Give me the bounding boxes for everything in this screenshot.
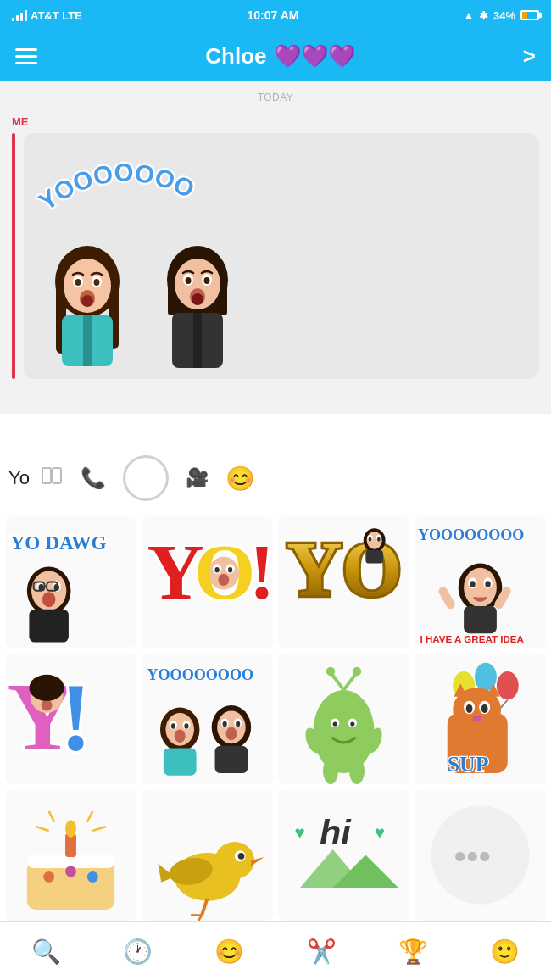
svg-point-119 [481, 704, 488, 713]
message-bubble: YOOOOOOOO [12, 133, 539, 379]
message-sender: ME [12, 115, 539, 128]
heart-emojis: 💜💜💜 [274, 43, 355, 70]
video-icon[interactable]: 🎥 [186, 467, 209, 489]
svg-line-126 [49, 811, 54, 822]
svg-point-93 [313, 690, 374, 773]
svg-point-19 [204, 277, 210, 284]
signal-icon [12, 9, 27, 21]
battery-text: 34% [493, 9, 515, 22]
svg-point-46 [218, 574, 229, 586]
input-actions: 📞 🎥 😊 [40, 455, 255, 501]
svg-point-89 [223, 721, 227, 727]
sticker-more[interactable]: ••• [415, 789, 546, 921]
sticker-yo-dawg[interactable]: YO DAWG [5, 516, 136, 648]
svg-point-83 [175, 729, 186, 743]
message-area: ME YOOOOOOOO [0, 109, 551, 414]
message-spacer [0, 414, 551, 448]
svg-point-61 [470, 581, 475, 587]
header: Chloe 💜💜💜 > [0, 31, 551, 81]
sticker-grid: YO DAWG Y O ! [0, 508, 551, 929]
bitmoji-right [151, 231, 244, 370]
svg-point-118 [466, 704, 473, 713]
svg-point-132 [87, 871, 98, 883]
chat-title: Chloe 💜💜💜 [205, 43, 354, 70]
tab-scissors[interactable]: ✂️ [307, 938, 337, 966]
capture-button[interactable] [123, 455, 169, 501]
tab-search[interactable]: 🔍 [31, 938, 61, 966]
svg-text:YOOOOOOOO: YOOOOOOOO [32, 142, 199, 215]
sticker-birthday-cake[interactable] [5, 789, 136, 921]
input-area: Yo 📞 🎥 😊 [0, 448, 551, 508]
svg-point-21 [192, 293, 203, 305]
svg-line-127 [87, 811, 92, 822]
sticker-yoooo-two[interactable]: YOOOOOOOO [142, 653, 273, 784]
svg-line-128 [36, 827, 49, 831]
svg-text:!: ! [249, 528, 273, 615]
sticker-yo-exclamation[interactable]: Y O ! [142, 516, 273, 648]
svg-point-62 [485, 581, 490, 587]
phone-icon[interactable]: 📞 [81, 466, 106, 490]
sticker-sup-cat[interactable]: SUP [415, 653, 546, 784]
battery-icon [520, 10, 539, 20]
svg-point-96 [333, 721, 337, 726]
sticker-yoooo-idea[interactable]: YOOOOOOOO I HAVE A GREAT IDEA [415, 516, 546, 648]
sticker-green-blob[interactable] [278, 653, 409, 784]
location-icon: ▲ [464, 9, 474, 21]
tab-trophy[interactable]: 🏆 [398, 938, 428, 966]
svg-point-33 [42, 592, 56, 607]
svg-point-10 [81, 295, 93, 307]
emoji-toggle-icon[interactable]: 😊 [225, 465, 255, 493]
svg-text:I HAVE A GREAT IDEA: I HAVE A GREAT IDEA [420, 633, 524, 644]
svg-line-140 [202, 899, 207, 915]
svg-text:!: ! [60, 664, 92, 771]
profile-chevron[interactable]: > [523, 43, 536, 70]
svg-point-82 [184, 723, 188, 728]
contact-name: Chloe [205, 43, 266, 70]
bitmoji-figures [41, 231, 244, 370]
svg-rect-92 [215, 746, 248, 773]
svg-point-104 [323, 758, 338, 784]
sticker-hi-hearts[interactable]: ♥ ♥ hi [278, 789, 409, 921]
sticker-message[interactable]: YOOOOOOOO [24, 133, 539, 379]
sender-indicator [12, 133, 15, 379]
status-bar: AT&T LTE 10:07 AM ▲ ✱ 34% [0, 0, 551, 31]
svg-rect-25 [53, 468, 61, 483]
svg-rect-55 [365, 550, 383, 564]
date-divider: TODAY [0, 81, 551, 109]
carrier-info: AT&T LTE [12, 9, 82, 22]
svg-rect-64 [437, 585, 457, 610]
svg-text:YO DAWG: YO DAWG [10, 532, 106, 554]
svg-point-125 [65, 820, 76, 838]
svg-point-105 [349, 758, 365, 784]
sticker-yo-gold[interactable]: YO YO [278, 516, 409, 648]
svg-point-54 [377, 537, 381, 542]
svg-point-91 [225, 727, 237, 741]
bitmoji-left [41, 231, 134, 370]
svg-point-81 [171, 723, 175, 728]
sticker-toggle-icon[interactable] [40, 464, 64, 493]
svg-rect-12 [83, 315, 92, 366]
svg-point-120 [472, 716, 481, 722]
tab-recent[interactable]: 🕐 [123, 938, 153, 966]
svg-line-129 [92, 827, 106, 831]
menu-button[interactable] [15, 48, 37, 64]
svg-point-8 [94, 279, 100, 286]
svg-rect-63 [464, 606, 497, 633]
svg-point-131 [65, 866, 76, 877]
sticker-y-pink[interactable]: Y ! [5, 653, 136, 784]
svg-point-90 [236, 721, 240, 727]
yoooo-sticker-text: YOOOOOOOO [32, 142, 320, 243]
svg-rect-24 [42, 468, 51, 483]
message-input[interactable]: Yo [8, 467, 30, 489]
sticker-yellow-bird[interactable] [142, 789, 273, 921]
tab-smiley[interactable]: 🙂 [490, 938, 520, 966]
svg-point-74 [42, 700, 53, 711]
svg-text:♥: ♥ [294, 822, 304, 842]
svg-rect-34 [29, 610, 69, 643]
svg-point-101 [353, 667, 361, 676]
tab-emoji[interactable]: 😊 [214, 938, 244, 966]
svg-text:♥: ♥ [375, 822, 385, 842]
svg-rect-84 [164, 748, 197, 775]
svg-text:•••: ••• [454, 837, 491, 876]
svg-point-100 [326, 667, 335, 676]
